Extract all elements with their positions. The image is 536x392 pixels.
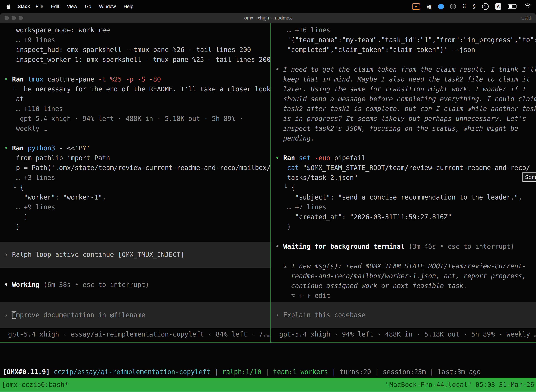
terminal-line: pending.: [275, 134, 536, 143]
text-segment: inspect_worker-1: omx sparkshell --tmux-…: [4, 56, 270, 63]
input-prompt[interactable]: › Explain this codebase: [271, 302, 536, 328]
terminal-line: ]: [4, 212, 270, 222]
spacer: [4, 290, 270, 302]
text-segment: tmux: [28, 75, 47, 83]
terminal-pane-right[interactable]: … +16 lines '{"team_name":"my-team","tas…: [271, 23, 536, 342]
text-segment: task2 after task1 is complete, but can I…: [275, 105, 536, 112]
text-segment: at: [4, 95, 24, 103]
terminal-line: • Ran python3 - <<'PY': [4, 143, 270, 153]
menu-go[interactable]: Go: [81, 4, 95, 9]
terminal-line: gpt-5.4 xhigh · essay/ai-reimplementatio…: [4, 330, 270, 339]
menu-help[interactable]: Help: [120, 4, 137, 9]
text-segment: └: [4, 184, 20, 191]
terminal-line: • Ran tmux capture-pane -t %25 -p -S -80: [4, 75, 270, 84]
text-segment: }: [275, 223, 291, 231]
tmux-panes: workspace_mode: worktree … +9 lines insp…: [0, 23, 536, 342]
terminal-line: "created_at": "2026-03-31T11:59:27.816Z": [275, 212, 536, 222]
screen-tooltip: Scre: [522, 173, 536, 182]
text-segment: › Explain this codebase: [275, 311, 365, 319]
spacer: [275, 328, 536, 330]
terminal-line: gpt-5.4 xhigh · 94% left · 488K in · 5.1…: [4, 114, 270, 124]
dark-app-icon[interactable]: [450, 4, 456, 9]
terminal-line: ⌥ + ↑ edit: [275, 291, 536, 301]
text-segment: "created_at": "2026-03-31T11:59:27.816Z": [275, 213, 452, 221]
terminal-line: … +9 lines: [4, 35, 270, 45]
terminal-line: [275, 55, 536, 65]
text-segment: … +3 lines: [4, 174, 55, 182]
text-segment: '{"team_name":"my-team","task_id":"1","f…: [275, 36, 536, 44]
text-segment: mprove documentation in @filename: [16, 311, 145, 319]
text-segment: be necessary for the end of the README. …: [24, 85, 270, 93]
terminal-line: readme-and-reco/mailbox/worker-1.json, a…: [275, 271, 536, 281]
text-segment: I: [12, 311, 16, 319]
text-segment: Ralph loop active continue [OMX_TMUX_INJ…: [12, 251, 184, 258]
terminal-line: at: [4, 94, 270, 104]
terminal-pane-left[interactable]: workspace_mode: worktree … +9 lines insp…: [0, 23, 270, 342]
text-segment: continue assigned work or next feasible …: [275, 282, 467, 289]
grid-icon[interactable]: ▦: [427, 4, 432, 9]
text-segment: ⌥ + ↑ edit: [275, 292, 330, 299]
text-segment: ›: [4, 311, 12, 319]
text-segment: keep that in mind. Maybe I also need the…: [275, 75, 530, 83]
input-prompt[interactable]: › Ralph loop active continue [OMX_TMUX_I…: [0, 242, 270, 268]
menu-file[interactable]: File: [32, 4, 47, 9]
blue-app-icon[interactable]: [438, 4, 444, 9]
text-segment: python3: [28, 144, 59, 152]
text-segment: •: [4, 144, 12, 152]
terminal-line: inspect_hud: omx sparkshell --tmux-pane …: [4, 45, 270, 55]
battery-gauge-icon[interactable]: 61: [482, 3, 489, 10]
terminal-line: from pathlib import Path: [4, 153, 270, 163]
text-segment: gpt-5.4 xhigh · 94% left · 488K in · 5.1…: [275, 331, 536, 338]
omx-status-pane[interactable]: [OMX#0.11.9] cczip/essay/ai-reimplementa…: [0, 343, 536, 378]
text-segment: ralph:1/10: [222, 368, 261, 376]
terminal-line: └ be necessary for the end of the README…: [4, 84, 270, 94]
terminal-line: "subject": "send a concise recommendatio…: [275, 192, 536, 202]
input-source-icon[interactable]: A: [495, 3, 501, 10]
omx-status-line: [OMX#0.11.9] cczip/essay/ai-reimplementa…: [3, 367, 536, 377]
terminal-line: later. Using the same for transition mig…: [275, 84, 536, 94]
terminal-line: [4, 65, 270, 75]
battery-icon[interactable]: [508, 4, 517, 9]
terminal-window: omx --xhigh --madmax ⌥⌘1 workspace_mode:…: [0, 13, 536, 392]
text-segment: ›: [4, 251, 12, 258]
window-title-bar[interactable]: omx --xhigh --madmax ⌥⌘1: [0, 13, 536, 23]
wifi-icon[interactable]: [524, 4, 531, 9]
apple-menu-icon[interactable]: [5, 3, 12, 10]
window-shortcut-label: ⌥⌘1: [519, 15, 531, 21]
text-segment: "$OMX_TEAM_STATE_ROOT/team/review-curren…: [303, 164, 530, 172]
terminal-line: … +110 lines: [4, 104, 270, 114]
text-segment: ]: [4, 213, 28, 221]
text-segment: |: [211, 368, 222, 376]
terminal-line: … +16 lines: [275, 25, 536, 35]
text-segment: inspect_hud: omx sparkshell --tmux-pane …: [4, 46, 251, 54]
screen-recording-icon[interactable]: [412, 3, 420, 10]
menu-view[interactable]: View: [63, 4, 81, 9]
text-segment: | turns:20 | session:23m | last:3m ago: [328, 368, 481, 376]
terminal-line: "completed","claim_token":"claim-token"}…: [275, 45, 536, 55]
text-segment: - <<: [59, 144, 75, 152]
dots-grid-icon[interactable]: ⠿: [462, 4, 466, 9]
terminal-line: inspect task2's JSON, focusing on the st…: [275, 124, 536, 134]
text-segment: team:1 workers: [273, 368, 328, 376]
text-segment: {: [20, 184, 24, 191]
active-app-menu[interactable]: Slack: [18, 4, 30, 9]
text-segment: pipefail: [334, 154, 365, 162]
terminal-line: p = Path('.omx/state/team/review-current…: [4, 163, 270, 173]
text-segment: •: [275, 154, 283, 162]
menu-edit[interactable]: Edit: [47, 4, 63, 9]
terminal-line: workspace_mode: worktree: [4, 25, 270, 35]
text-segment: p = Path('.omx/state/team/review-current…: [4, 164, 270, 172]
text-segment: (6m 38s • esc to interrupt): [43, 281, 149, 289]
tmux-session-label[interactable]: [omx-cczip0:bash*: [2, 381, 68, 388]
macos-menu-bar: Slack File Edit View Go Window Help ▦ ⠿ …: [0, 0, 536, 13]
terminal-line: task2 after task1 is complete, but can I…: [275, 104, 536, 114]
menu-window[interactable]: Window: [95, 4, 120, 9]
spacer: [4, 268, 270, 280]
text-segment: capture-pane: [47, 75, 98, 83]
squiggle-app-icon[interactable]: §: [473, 4, 476, 9]
text-segment: … +9 lines: [4, 203, 55, 211]
input-prompt[interactable]: › Improve documentation in @filename: [0, 302, 270, 328]
terminal-line: '{"team_name":"my-team","task_id":"1","f…: [275, 35, 536, 45]
terminal-line: cat "$OMX_TEAM_STATE_ROOT/team/review-cu…: [275, 163, 536, 173]
text-segment: Ran: [12, 75, 28, 83]
